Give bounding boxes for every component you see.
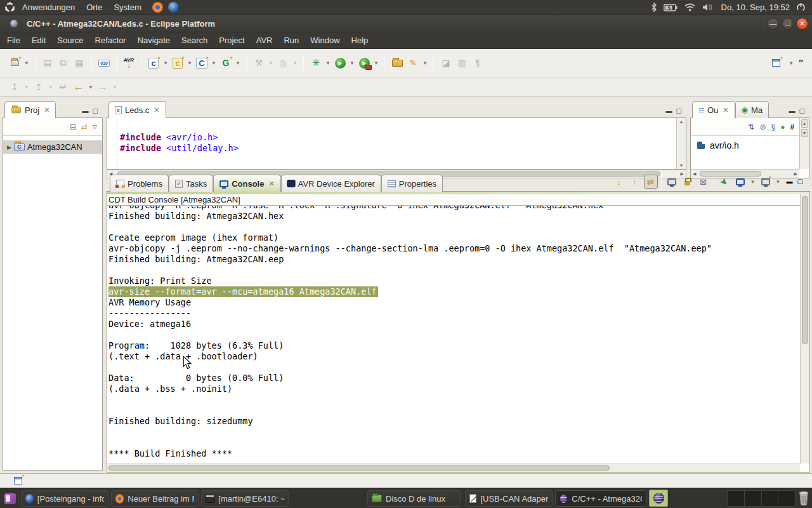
tab-close-icon[interactable]: ✕ [154, 106, 159, 114]
editor-vertical-scrollbar[interactable]: ▲ ▼ [676, 118, 686, 169]
open-console-icon[interactable] [759, 175, 773, 189]
editor-maximize-icon[interactable]: ▢ [676, 108, 682, 114]
new-make-target-icon[interactable]: G [218, 55, 233, 70]
debug-icon[interactable]: ✳ [308, 55, 324, 70]
new-c-folder-dropdown-icon[interactable]: ▼ [186, 55, 193, 70]
minimize-button[interactable]: — [767, 18, 779, 30]
open-console-dropdown-icon[interactable]: ▼ [775, 174, 782, 189]
next-annotation-dropdown-icon[interactable]: ▼ [23, 79, 30, 95]
tab-make-targets[interactable]: ◉ Ma [735, 101, 769, 118]
outline-item-include[interactable]: avr/io.h [691, 138, 809, 152]
maximize-button[interactable]: □ [782, 18, 794, 30]
outline-maximize-icon[interactable]: ▢ [799, 108, 805, 114]
show-whitespace-icon[interactable]: ¶ [470, 55, 485, 70]
build-hammer-icon[interactable]: ⚒ [251, 55, 266, 70]
taskbar-window-thunderbird[interactable]: [Posteingang - info ... [21, 490, 108, 507]
show-desktop-button[interactable] [2, 491, 18, 506]
taskbar-window-terminal[interactable]: [martin@E6410: ~] [201, 490, 289, 507]
sort-alphabetically-icon[interactable]: ⇅ [748, 123, 754, 131]
tab-problems[interactable]: Problems [110, 175, 169, 192]
window-titlebar[interactable]: C/C++ - Atmega32CAN/Leds.c - Eclipse Pla… [0, 15, 812, 32]
code-editor[interactable]: #include<avr/io.h>#include<util/delay.h> [107, 118, 676, 169]
save-icon[interactable]: ▤ [40, 55, 55, 70]
print-icon[interactable]: ▦ [72, 55, 87, 70]
menu-item[interactable]: Edit [26, 32, 51, 49]
battery-icon[interactable] [664, 4, 678, 11]
scrollbar-thumb[interactable] [108, 465, 610, 471]
tab-outline[interactable]: ☷ Ou ✕ [692, 101, 735, 118]
open-perspective-icon[interactable] [768, 55, 783, 70]
outline-minimize-icon[interactable]: ▬ [789, 108, 796, 114]
hide-non-public-icon[interactable]: ● [780, 123, 785, 131]
scroll-lock-icon[interactable]: ⇄ [644, 175, 658, 189]
console-horizontal-scrollbar[interactable] [107, 464, 800, 472]
tab-tasks[interactable]: ✓ Tasks [169, 175, 213, 192]
expand-caret-icon[interactable]: ▶ [7, 144, 11, 150]
forward-icon[interactable]: → [95, 79, 110, 95]
save-all-icon[interactable]: ⧉ [56, 55, 71, 70]
menu-item[interactable]: Help [346, 32, 374, 49]
taskbar-window-eclipse[interactable]: C/C++ - Atmega32C... [555, 490, 646, 507]
previous-annotation-dropdown-icon[interactable]: ▼ [47, 79, 55, 95]
back-icon[interactable]: ← [71, 79, 86, 95]
debug-dropdown-icon[interactable]: ▼ [324, 55, 332, 70]
build-dropdown-icon[interactable]: ▼ [267, 55, 275, 70]
project-tree-item[interactable]: ▶ C Atmega32CAN [3, 140, 102, 154]
run-dropdown-icon[interactable]: ▼ [348, 55, 356, 70]
previous-error-icon[interactable]: ↑ [628, 175, 642, 189]
firefox-launcher-icon[interactable] [152, 2, 163, 13]
last-edit-location-icon[interactable]: ↫ [55, 79, 70, 95]
run-icon[interactable]: ▶ [332, 55, 348, 70]
pin-console-icon[interactable]: ➤ [717, 175, 731, 189]
tab-close-icon[interactable]: ✕ [268, 180, 274, 188]
console-output[interactable]: avr-objcopy -R .eeprom -R .fuse -R .lock… [107, 206, 800, 464]
run-external-tools-icon[interactable]: ▶ [357, 55, 372, 70]
external-tools-dropdown-icon[interactable]: ▼ [372, 55, 380, 70]
collapse-all-icon[interactable]: ⊟ [70, 123, 76, 131]
bluetooth-icon[interactable] [651, 3, 657, 12]
volume-icon[interactable] [702, 3, 715, 11]
panel-menu-item[interactable]: System [108, 0, 147, 15]
view-menu-icon[interactable]: ▽ [93, 124, 97, 130]
tab-project-explorer[interactable]: Proj ✕ [4, 101, 56, 118]
trash-icon[interactable] [798, 491, 809, 506]
new-make-target-dropdown-icon[interactable]: ▼ [234, 55, 242, 70]
menu-item[interactable]: AVR [251, 32, 278, 49]
menu-item[interactable]: Search [176, 32, 213, 49]
mark-occurrences-icon[interactable]: ✎ [405, 55, 421, 70]
scroll-down-icon[interactable]: ▼ [679, 163, 684, 168]
menu-item[interactable]: Source [51, 32, 89, 49]
taskbar-window-files[interactable]: Disco D de linux [367, 490, 461, 507]
console-maximize-icon[interactable]: ▢ [797, 178, 803, 185]
taskbar-window-firefox[interactable]: Neuer Beitrag im F... [111, 490, 199, 507]
workspace-1[interactable] [727, 490, 745, 507]
hide-inactive-icon[interactable]: # [790, 123, 794, 131]
ubuntu-logo-icon[interactable] [4, 2, 15, 13]
console-vertical-scrollbar[interactable] [800, 194, 809, 464]
hide-static-members-icon[interactable]: § [771, 123, 775, 131]
tab-properties[interactable]: Properties [381, 175, 443, 192]
console-minimize-icon[interactable]: ▬ [787, 178, 793, 185]
forward-dropdown-icon[interactable]: ▼ [111, 79, 119, 95]
new-c-project-dropdown-icon[interactable]: ▼ [210, 55, 218, 70]
next-annotation-icon[interactable]: ↧ [7, 79, 22, 95]
menu-item[interactable]: Navigate [132, 32, 176, 49]
menu-item[interactable]: Refactor [89, 32, 132, 49]
scroll-up-icon[interactable]: ▲ [801, 119, 808, 128]
editor-minimize-icon[interactable]: ▬ [666, 108, 672, 114]
new-wizard-dropdown-icon[interactable]: ▼ [23, 55, 30, 70]
new-c-project-icon[interactable]: C [194, 55, 209, 70]
open-element-icon[interactable] [390, 55, 405, 70]
clear-annotations-icon[interactable]: ◪ [438, 55, 454, 70]
workspace-switcher[interactable] [727, 490, 796, 507]
workspace-4[interactable] [778, 490, 796, 507]
tab-close-icon[interactable]: ✕ [723, 106, 728, 114]
tab-console[interactable]: Console ✕ [213, 175, 281, 192]
binary-file-icon[interactable]: 010 [96, 55, 112, 70]
previous-annotation-icon[interactable]: ↥ [31, 79, 46, 95]
link-with-editor-icon[interactable]: ⇄ [81, 123, 88, 131]
tab-avr-device-explorer[interactable]: AVR Device Explorer [281, 175, 381, 192]
wifi-icon[interactable] [684, 3, 696, 11]
menu-item[interactable]: Run [278, 32, 304, 49]
mark-occurrences-dropdown-icon[interactable]: ▼ [421, 55, 429, 70]
